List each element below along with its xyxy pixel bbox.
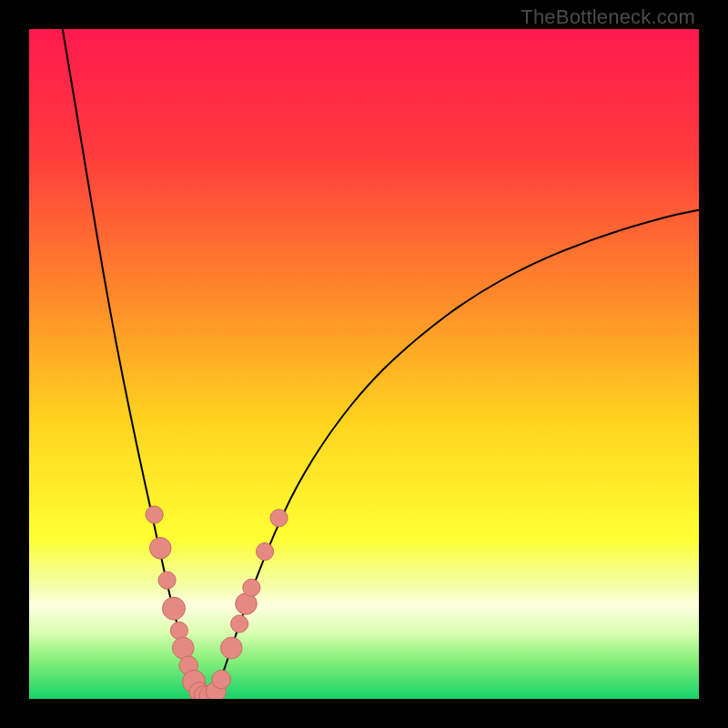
data-dot bbox=[170, 622, 187, 639]
data-dot bbox=[146, 506, 163, 523]
left-curve bbox=[63, 29, 202, 699]
data-dot bbox=[212, 670, 231, 689]
data-dot bbox=[162, 597, 185, 620]
data-dot bbox=[257, 543, 274, 561]
data-dot bbox=[270, 510, 288, 527]
data-dot bbox=[243, 579, 260, 596]
watermark-text: TheBottleneck.com bbox=[521, 5, 695, 29]
right-curve bbox=[213, 210, 699, 699]
data-dot bbox=[220, 637, 242, 659]
plot-area bbox=[29, 29, 699, 699]
chart-frame: TheBottleneck.com bbox=[0, 0, 728, 728]
data-dot bbox=[173, 637, 195, 659]
data-dot bbox=[149, 538, 171, 560]
data-dot bbox=[158, 571, 176, 589]
curves-layer bbox=[29, 29, 699, 699]
data-dot bbox=[231, 615, 248, 632]
